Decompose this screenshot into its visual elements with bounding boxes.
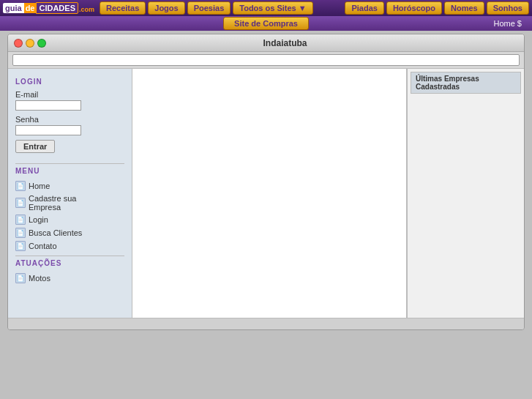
home-menu-icon: 📄	[15, 181, 26, 191]
email-input[interactable]	[15, 100, 81, 111]
menu-item-cadastre-label: Cadastre suaEmpresa	[29, 194, 76, 212]
shop-button[interactable]: Site de Compras	[223, 17, 309, 30]
top-navigation: guiadeCIDADES.com Receitas Jogos Poesias…	[0, 0, 532, 16]
menu-section-label: MENU	[15, 167, 124, 175]
nav-poesias[interactable]: Poesias	[187, 1, 231, 15]
address-input[interactable]	[12, 54, 520, 66]
nav-todos-sites[interactable]: Todos os Sites ▼	[233, 1, 312, 15]
window-controls	[14, 39, 46, 48]
menu-item-contato[interactable]: 📄 Contato	[15, 239, 124, 253]
menu-divider	[15, 163, 124, 164]
second-nav-row: Site de Compras Home $	[0, 16, 532, 31]
status-bar	[8, 318, 524, 329]
window-titlebar: Indaiatuba	[8, 34, 524, 52]
right-panel: Últimas Empresas Cadastradas	[407, 69, 524, 318]
address-bar	[8, 52, 524, 69]
nav-piadas[interactable]: Piadas	[345, 1, 383, 15]
browser-window: Indaiatuba LOGIN E-mail Senha Entrar MEN…	[7, 34, 525, 330]
site-logo[interactable]: guiadeCIDADES.com	[3, 2, 94, 14]
logo-com: .com	[79, 6, 94, 13]
email-label: E-mail	[15, 90, 124, 99]
menu-item-home[interactable]: 📄 Home	[15, 179, 124, 193]
minimize-button[interactable]	[26, 39, 34, 48]
right-panel-header: Últimas Empresas Cadastradas	[411, 72, 521, 94]
menu-item-home-label: Home	[29, 182, 50, 190]
nav-horoscopo[interactable]: Horóscopo	[386, 1, 442, 15]
senha-input[interactable]	[15, 125, 81, 135]
main-content: LOGIN E-mail Senha Entrar MENU 📄 Home 📄 …	[8, 69, 524, 318]
entrar-button[interactable]: Entrar	[15, 140, 55, 153]
contato-menu-icon: 📄	[15, 241, 26, 251]
login-section-label: LOGIN	[15, 78, 124, 86]
nav-receitas[interactable]: Receitas	[100, 1, 146, 15]
logo-de: de	[24, 3, 37, 13]
menu-item-busca[interactable]: 📄 Busca Clientes	[15, 226, 124, 239]
logo-guia: guia	[3, 3, 24, 13]
menu-item-login[interactable]: 📄 Login	[15, 213, 124, 226]
menu-item-busca-label: Busca Clientes	[29, 228, 82, 237]
nav-sonhos[interactable]: Sonhos	[487, 1, 529, 15]
nav-nomes[interactable]: Nomes	[444, 1, 484, 15]
menu-item-motos[interactable]: 📄 Motos	[15, 272, 124, 285]
window-title: Indaiatuba	[52, 38, 518, 48]
atuacoes-section-label: ATUAÇÕES	[15, 259, 124, 267]
menu-item-motos-label: Motos	[29, 274, 50, 283]
motos-menu-icon: 📄	[15, 273, 26, 283]
logo-cidades: CIDADES	[36, 2, 78, 14]
atuacoes-divider	[15, 256, 124, 256]
sidebar: LOGIN E-mail Senha Entrar MENU 📄 Home 📄 …	[8, 69, 132, 318]
senha-label: Senha	[15, 115, 124, 124]
close-button[interactable]	[14, 39, 23, 48]
login-menu-icon: 📄	[15, 215, 26, 225]
busca-menu-icon: 📄	[15, 228, 26, 238]
cadastre-menu-icon: 📄	[15, 198, 26, 208]
menu-item-contato-label: Contato	[29, 242, 57, 250]
nav-jogos[interactable]: Jogos	[148, 1, 184, 15]
menu-item-cadastre[interactable]: 📄 Cadastre suaEmpresa	[15, 193, 124, 213]
center-content	[132, 69, 407, 318]
menu-item-login-label: Login	[29, 215, 48, 224]
home-link[interactable]: Home $	[493, 19, 522, 28]
maximize-button[interactable]	[37, 39, 46, 48]
